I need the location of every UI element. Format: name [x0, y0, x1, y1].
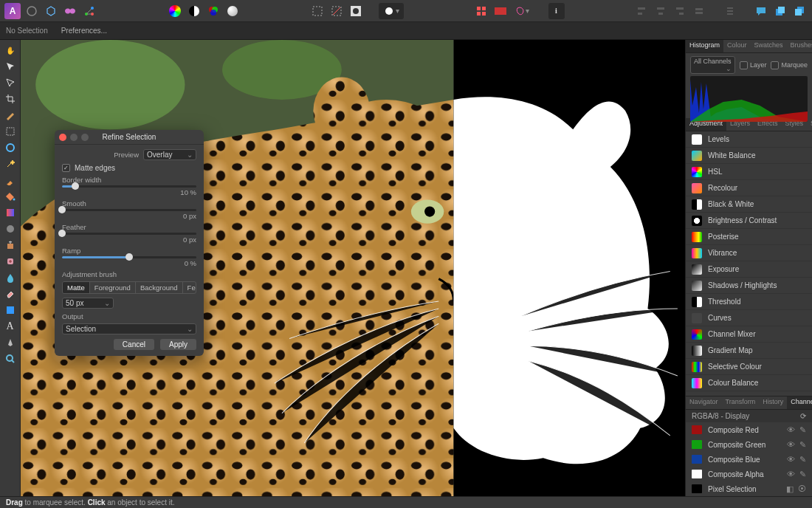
- adjustment-item[interactable]: HSL: [686, 164, 812, 180]
- seg-background[interactable]: Background: [136, 282, 183, 293]
- tab-history[interactable]: History: [759, 397, 787, 409]
- flag-icon[interactable]: [492, 3, 509, 19]
- flood-tool[interactable]: [2, 140, 18, 155]
- apply-button[interactable]: Apply: [160, 339, 196, 350]
- channel-item[interactable]: Composite Alpha👁✎: [686, 467, 812, 481]
- adjustment-item[interactable]: Exposure: [686, 261, 812, 278]
- tab-histogram[interactable]: Histogram: [686, 40, 723, 52]
- brush-tool[interactable]: [2, 108, 18, 123]
- visibility-icon[interactable]: 👁: [787, 470, 795, 479]
- persona-icon[interactable]: [24, 3, 40, 19]
- eraser-tool[interactable]: [2, 286, 18, 301]
- moon-icon[interactable]: [224, 3, 241, 19]
- arrange-icon[interactable]: [722, 3, 738, 19]
- layer-checkbox[interactable]: Layer: [740, 61, 767, 69]
- gradient-tool[interactable]: [2, 205, 18, 220]
- marquee-tool[interactable]: [2, 124, 18, 139]
- adjustment-item[interactable]: Curves: [686, 310, 812, 326]
- slider-1[interactable]: [62, 209, 196, 211]
- histogram-channels-select[interactable]: All Channels: [690, 56, 735, 74]
- seg-foreground[interactable]: Foreground: [90, 282, 136, 293]
- adjustment-item[interactable]: Shadows / Highlights: [686, 278, 812, 294]
- preferences-link[interactable]: Preferences...: [61, 27, 107, 35]
- tab-brushes[interactable]: Brushes: [787, 40, 812, 52]
- preview-select[interactable]: Overlay: [143, 149, 196, 160]
- slider-3[interactable]: [62, 256, 196, 258]
- fill-tool[interactable]: [2, 189, 18, 204]
- tab-swatches[interactable]: Swatches: [751, 40, 787, 52]
- visibility-icon[interactable]: 👁: [787, 455, 795, 464]
- marquee-rect-icon[interactable]: [309, 3, 326, 19]
- slider-2[interactable]: [62, 233, 196, 235]
- paint-brush-tool[interactable]: [2, 173, 18, 188]
- slider-0[interactable]: [62, 185, 196, 188]
- magic-wand-tool[interactable]: [2, 157, 18, 171]
- share-icon[interactable]: [81, 3, 97, 19]
- brush-size-select[interactable]: 50 px: [62, 298, 114, 309]
- text-tool[interactable]: A: [2, 319, 18, 334]
- visibility-icon[interactable]: 👁: [787, 425, 795, 435]
- blur-tool[interactable]: [2, 270, 18, 285]
- adjustment-item[interactable]: Threshold: [686, 294, 812, 310]
- align-stack-icon[interactable]: [691, 3, 707, 19]
- adjustment-item[interactable]: Brightness / Contrast: [686, 213, 812, 229]
- channel-item[interactable]: Composite Red👁✎: [686, 422, 812, 437]
- adjustment-item[interactable]: Gradient Map: [686, 343, 812, 359]
- tab-navigator[interactable]: Navigator: [686, 397, 722, 409]
- align-center-icon[interactable]: [653, 3, 669, 19]
- refresh-icon[interactable]: ⟳: [800, 412, 806, 420]
- adjustment-item[interactable]: Vibrance: [686, 245, 812, 261]
- grid-icon[interactable]: [473, 3, 489, 19]
- channel-item[interactable]: Pixel Selection◧⦿: [686, 481, 812, 496]
- channel-target-icon[interactable]: ⦿: [798, 484, 806, 494]
- node-tool[interactable]: [2, 75, 18, 90]
- clone-tool[interactable]: [2, 238, 18, 253]
- adjustment-item[interactable]: Black & White: [686, 196, 812, 213]
- move-tool[interactable]: [2, 59, 18, 74]
- marquee-checkbox[interactable]: Marquee: [771, 61, 808, 69]
- contrast-icon[interactable]: [186, 3, 202, 19]
- adjustment-item[interactable]: White Balance: [686, 148, 812, 164]
- dialog-titlebar[interactable]: Refine Selection: [55, 130, 204, 145]
- adjustment-item[interactable]: Posterise: [686, 229, 812, 245]
- crop-tool[interactable]: [2, 92, 18, 106]
- layers-front-icon[interactable]: [772, 3, 788, 19]
- cancel-button[interactable]: Cancel: [114, 339, 154, 350]
- layers-back-icon[interactable]: [791, 3, 808, 19]
- matte-edges-checkbox[interactable]: ✓: [62, 164, 70, 172]
- adjustment-item[interactable]: Selective Colour: [686, 359, 812, 375]
- adjustment-item[interactable]: Channel Mixer: [686, 326, 812, 343]
- quickmask-dropdown[interactable]: ▾: [379, 3, 404, 19]
- hand-tool[interactable]: ✋: [2, 43, 18, 58]
- edit-icon[interactable]: ✎: [799, 440, 806, 450]
- channel-item[interactable]: Composite Blue👁✎: [686, 452, 812, 467]
- edit-icon[interactable]: ✎: [799, 425, 806, 435]
- edit-icon[interactable]: ✎: [799, 470, 806, 479]
- color-wheel-icon[interactable]: [167, 3, 183, 19]
- adjustment-item[interactable]: Recolour: [686, 180, 812, 196]
- edit-icon[interactable]: ✎: [799, 455, 806, 464]
- tab-colour[interactable]: Colour: [723, 40, 751, 52]
- info-icon[interactable]: i: [548, 3, 565, 19]
- heal-tool[interactable]: [2, 254, 18, 269]
- zoom-tool[interactable]: [2, 351, 18, 366]
- seg-matte[interactable]: Matte: [63, 282, 90, 293]
- pen-tool[interactable]: [2, 335, 18, 350]
- dodge-tool[interactable]: [2, 222, 18, 236]
- lasso-dropdown[interactable]: ▾: [512, 3, 534, 19]
- adjustment-item[interactable]: Colour Balance: [686, 375, 812, 391]
- output-select[interactable]: Selection: [62, 323, 196, 334]
- chat-icon[interactable]: [753, 3, 769, 19]
- align-right-icon[interactable]: [672, 3, 688, 19]
- adjustment-item[interactable]: Levels: [686, 131, 812, 148]
- mask-icon[interactable]: [348, 3, 364, 19]
- close-icon[interactable]: [59, 134, 66, 141]
- butterfly-icon[interactable]: [62, 3, 78, 19]
- seg-feather[interactable]: Feather: [183, 282, 196, 293]
- tab-transform[interactable]: Transform: [722, 397, 760, 409]
- cube-icon[interactable]: [43, 3, 59, 19]
- visibility-icon[interactable]: 👁: [787, 440, 795, 450]
- shape-tool[interactable]: [2, 303, 18, 318]
- marquee-cancel-icon[interactable]: [328, 3, 345, 19]
- rgb-icon[interactable]: [205, 3, 221, 19]
